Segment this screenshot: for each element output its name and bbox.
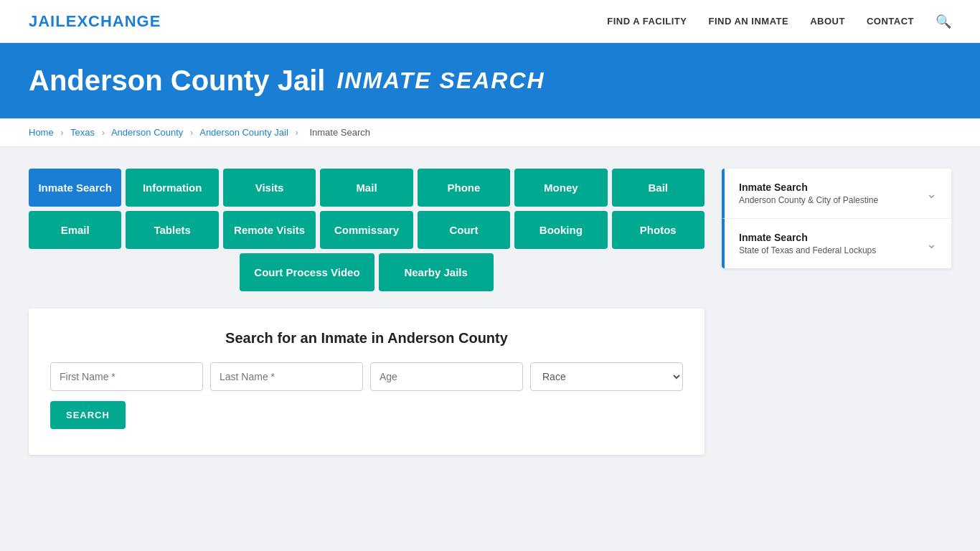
- main-nav: FIND A FACILITY FIND AN INMATE ABOUT CON…: [607, 14, 951, 29]
- hero-title: Anderson County Jail: [29, 65, 325, 97]
- nav-contact[interactable]: CONTACT: [867, 16, 914, 27]
- chevron-down-icon: ⌄: [926, 186, 937, 202]
- search-form-box: Search for an Inmate in Anderson County …: [29, 309, 705, 455]
- right-panel: Inmate Search Anderson County & City of …: [722, 169, 951, 455]
- tab-visits[interactable]: Visits: [223, 169, 316, 207]
- tab-remote-visits[interactable]: Remote Visits: [223, 211, 316, 249]
- race-select[interactable]: Race White Black Hispanic Asian Other: [530, 362, 683, 391]
- tab-information[interactable]: Information: [126, 169, 218, 207]
- breadcrumb-sep-2: ›: [102, 127, 105, 138]
- breadcrumb-texas[interactable]: Texas: [70, 127, 95, 138]
- sidebar-item-anderson-sub: Anderson County & City of Palestine: [739, 195, 878, 205]
- tabs-row-2: Email Tablets Remote Visits Commissary C…: [29, 211, 705, 249]
- tab-mail[interactable]: Mail: [320, 169, 413, 207]
- nav-find-facility[interactable]: FIND A FACILITY: [607, 16, 687, 27]
- tabs-grid: Inmate Search Information Visits Mail Ph…: [29, 169, 705, 291]
- tab-booking[interactable]: Booking: [514, 211, 607, 249]
- breadcrumb-sep-1: ›: [60, 127, 63, 138]
- tab-court[interactable]: Court: [418, 211, 510, 249]
- tab-phone[interactable]: Phone: [418, 169, 510, 207]
- tab-nearby-jails[interactable]: Nearby Jails: [379, 253, 494, 291]
- breadcrumb-jail[interactable]: Anderson County Jail: [199, 127, 288, 138]
- tab-money[interactable]: Money: [514, 169, 607, 207]
- main-content: Inmate Search Information Visits Mail Ph…: [0, 147, 980, 476]
- tab-tablets[interactable]: Tablets: [126, 211, 218, 249]
- tab-court-process-video[interactable]: Court Process Video: [240, 253, 374, 291]
- breadcrumb: Home › Texas › Anderson County › Anderso…: [0, 118, 980, 147]
- logo-text: JAILEXCHANGE: [29, 12, 161, 30]
- sidebar-item-anderson-text: Inmate Search Anderson County & City of …: [739, 182, 878, 205]
- breadcrumb-sep-3: ›: [190, 127, 193, 138]
- hero-subtitle: INMATE SEARCH: [336, 67, 545, 94]
- hero-banner: Anderson County Jail INMATE SEARCH: [0, 43, 980, 118]
- sidebar-item-texas-sub: State of Texas and Federal Lockups: [739, 245, 876, 255]
- last-name-input[interactable]: [210, 362, 363, 391]
- tab-commissary[interactable]: Commissary: [320, 211, 413, 249]
- sidebar-item-anderson[interactable]: Inmate Search Anderson County & City of …: [722, 169, 951, 218]
- search-icon[interactable]: 🔍: [936, 14, 951, 29]
- tabs-row-3: Court Process Video Nearby Jails: [29, 253, 705, 291]
- logo[interactable]: JAILEXCHANGE: [29, 12, 161, 31]
- form-row-names: Race White Black Hispanic Asian Other: [50, 362, 683, 391]
- breadcrumb-sep-4: ›: [295, 127, 298, 138]
- sidebar-item-texas[interactable]: Inmate Search State of Texas and Federal…: [722, 218, 951, 268]
- search-button[interactable]: SEARCH: [50, 401, 126, 429]
- first-name-input[interactable]: [50, 362, 203, 391]
- age-input[interactable]: [370, 362, 523, 391]
- nav-find-inmate[interactable]: FIND AN INMATE: [708, 16, 788, 27]
- header: JAILEXCHANGE FIND A FACILITY FIND AN INM…: [0, 0, 980, 43]
- tab-email[interactable]: Email: [29, 211, 121, 249]
- tab-inmate-search[interactable]: Inmate Search: [29, 169, 121, 207]
- breadcrumb-anderson-county[interactable]: Anderson County: [111, 127, 183, 138]
- search-form-title: Search for an Inmate in Anderson County: [50, 330, 683, 347]
- sidebar-item-texas-text: Inmate Search State of Texas and Federal…: [739, 232, 876, 255]
- left-panel: Inmate Search Information Visits Mail Ph…: [29, 169, 705, 455]
- breadcrumb-home[interactable]: Home: [29, 127, 54, 138]
- chevron-down-icon-2: ⌄: [926, 236, 937, 252]
- tab-photos[interactable]: Photos: [612, 211, 705, 249]
- breadcrumb-current: Inmate Search: [309, 127, 370, 138]
- sidebar-card: Inmate Search Anderson County & City of …: [722, 169, 951, 268]
- tab-bail[interactable]: Bail: [612, 169, 705, 207]
- sidebar-item-texas-title: Inmate Search: [739, 232, 876, 243]
- nav-about[interactable]: ABOUT: [810, 16, 845, 27]
- sidebar-item-anderson-title: Inmate Search: [739, 182, 878, 193]
- tabs-row-1: Inmate Search Information Visits Mail Ph…: [29, 169, 705, 207]
